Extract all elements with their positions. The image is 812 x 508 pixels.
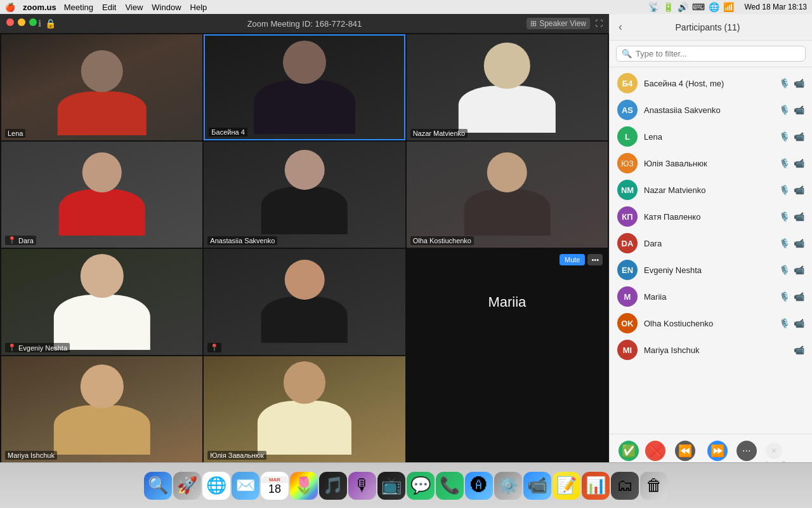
menu-meeting[interactable]: Meeting: [64, 3, 93, 12]
participant-row-mariia[interactable]: M Mariia 🎙️ 📹: [610, 283, 812, 310]
info-icon[interactable]: ℹ: [38, 18, 41, 29]
participant-icons-yulia: 🎙️ 📹: [779, 158, 804, 168]
video-icon-dara: 📹: [794, 238, 804, 248]
dock-powerpoint[interactable]: 📊: [582, 472, 610, 500]
mic-icon-yulia: 🎙️: [779, 158, 790, 168]
dock-calendar[interactable]: MAR 18: [261, 472, 289, 500]
dock-photos[interactable]: 🌷: [290, 472, 318, 500]
grid-icon: ⊞: [530, 19, 537, 28]
participant-name-olha: Olha Kostiuchenko: [644, 319, 773, 328]
participant-icons-basyna4: 🎙️ 📹: [779, 78, 804, 88]
participant-row-nazar[interactable]: NM Nazar Matvienko 🎙️ 📹: [610, 177, 812, 203]
traffic-light-yellow[interactable]: [18, 18, 25, 26]
avatar-evgeniy: EN: [617, 260, 638, 280]
unmute-button[interactable]: Mute: [560, 254, 585, 265]
menu-window[interactable]: Window: [152, 3, 181, 12]
dock-mail[interactable]: ✉️: [232, 472, 259, 500]
participant-name-dara: Dara: [644, 239, 773, 248]
dock-launchpad[interactable]: 🚀: [173, 472, 201, 500]
video-icon-mariia: 📹: [794, 291, 804, 302]
participant-row-dara[interactable]: DA Dara 🎙️ 📹: [610, 230, 812, 257]
participants-list: Б4 Басейна 4 (Host, me) 🎙️ 📹 AS Anastasi…: [610, 67, 812, 434]
olha-name: Olha Kostiuchenko: [413, 237, 471, 244]
participant-row-mariya-ishchuk[interactable]: MI Mariya Ishchuk 📹: [610, 337, 812, 363]
participant-name-yulia: Юлія Завальнюк: [644, 159, 773, 168]
video-icon-anastasiia: 📹: [794, 105, 804, 115]
video-grid: Lena Басейна 4: [0, 33, 609, 464]
video-cell-lena: Lena: [1, 34, 202, 140]
participant-name-mariya-ishchuk: Mariya Ishchuk: [644, 345, 787, 355]
participant-label-small: 📍: [207, 343, 221, 352]
menu-help[interactable]: Help: [190, 3, 207, 12]
participant-icons-lena: 🎙️ 📹: [779, 131, 804, 142]
mic-icon-evgeniy: 🎙️: [779, 265, 790, 275]
dock-music[interactable]: 🎵: [319, 472, 347, 500]
participant-name-nazar: Nazar Matvienko: [644, 185, 773, 195]
dock-trash[interactable]: 🗑: [640, 472, 668, 500]
dock-chrome[interactable]: 🌐: [202, 472, 230, 500]
yulia-name: Юлія Завальнюк: [210, 451, 263, 459]
avatar-lena: L: [617, 126, 638, 147]
video-cell-small: 📍: [204, 249, 405, 355]
video-icon-nazar: 📹: [794, 185, 804, 195]
basyna4-name: Басейна 4: [211, 128, 244, 136]
fullscreen-btn[interactable]: ⛶: [595, 19, 603, 28]
dock-zoom[interactable]: 📹: [523, 472, 551, 500]
participant-row-olha[interactable]: OK Olha Kostiuchenko 🎙️ 📹: [610, 310, 812, 337]
view-controls: ⊞ Speaker View ⛶: [527, 18, 603, 29]
dock-messages[interactable]: 💬: [407, 472, 435, 500]
participant-row-lena[interactable]: L Lena 🎙️ 📹: [610, 123, 812, 150]
mic-icon-dara: 🎙️: [779, 238, 790, 248]
search-input[interactable]: [636, 49, 800, 58]
evgeniy-pin-icon: 📍: [8, 344, 16, 352]
participant-name-mariia: Mariia: [644, 292, 773, 302]
dock-systemprefs[interactable]: ⚙️: [494, 472, 522, 500]
mic-icon-basyna4: 🎙️: [779, 78, 790, 88]
participant-name-katya: Катя Павленко: [644, 212, 773, 222]
dock-podcasts[interactable]: 🎙: [348, 472, 376, 500]
mic-icon-nazar: 🎙️: [779, 185, 790, 195]
menu-view[interactable]: View: [125, 3, 143, 12]
apple-menu[interactable]: 🍎: [5, 3, 15, 12]
video-icon-mariya-ishchuk: 📹: [794, 345, 804, 355]
dara-name: Dara: [18, 237, 34, 244]
participant-row-anastasiia[interactable]: AS Anastasiia Sakvenko 🎙️ 📹: [610, 97, 812, 123]
dock-notes[interactable]: 📝: [553, 472, 580, 500]
menu-edit[interactable]: Edit: [102, 3, 116, 12]
video-cell-basyna4: Басейна 4: [204, 34, 405, 140]
sidebar-title: Participants (11): [676, 22, 740, 32]
avatar-olha: OK: [617, 313, 638, 333]
participant-name-evgeniy: Evgeniy Neshta: [644, 265, 773, 275]
dock-facetime[interactable]: 📞: [436, 472, 464, 500]
avatar-mariya-ishchuk: MI: [617, 340, 638, 360]
traffic-light-red[interactable]: [6, 18, 14, 26]
avatar-nazar: NM: [617, 180, 638, 200]
dock-appstore[interactable]: 🅐: [465, 472, 493, 500]
participant-row-katya[interactable]: КП Катя Павленко 🎙️ 📹: [610, 203, 812, 230]
video-cell-yulia: Юлія Завальнюк: [204, 356, 405, 462]
participants-sidebar: ‹ Participants (11) 🔍 Б4 Басейна 4 (Host…: [609, 14, 812, 508]
mariia-more-button[interactable]: •••: [587, 254, 603, 265]
participant-label-nazar: Nazar Matvienko: [410, 129, 468, 138]
speaker-view-label: Speaker View: [539, 19, 586, 28]
video-icon-olha: 📹: [794, 318, 804, 328]
video-cell-anastasiia: Anastasiia Sakvenko: [204, 142, 405, 248]
mic-icon-anastasiia: 🎙️: [779, 105, 790, 115]
video-cell-mariia: Mute ••• Mariia: [407, 249, 608, 355]
dock-tv[interactable]: 📺: [377, 472, 405, 500]
participant-label-yulia: Юлія Завальнюк: [207, 451, 266, 460]
dock-finder[interactable]: 🔍: [144, 472, 172, 500]
sidebar-collapse-btn[interactable]: ‹: [619, 20, 622, 34]
video-cell-nazar: Nazar Matvienko: [407, 34, 608, 140]
traffic-light-green[interactable]: [29, 18, 37, 26]
zoom-titlebar: ℹ 🔒 Zoom Meeting ID: 168-772-841 ⊞ Speak…: [0, 14, 609, 33]
participant-icons-mariia: 🎙️ 📹: [779, 291, 804, 302]
dock-more-right[interactable]: 🗂: [611, 472, 639, 500]
mic-icon-mariia: 🎙️: [779, 291, 790, 302]
video-area: ℹ 🔒 Zoom Meeting ID: 168-772-841 ⊞ Speak…: [0, 14, 609, 508]
video-icon-katya: 📹: [794, 211, 804, 222]
participant-row-evgeniy[interactable]: EN Evgeniy Neshta 🎙️ 📹: [610, 257, 812, 283]
participant-row-yulia[interactable]: Юлія Завальнюк 🎙️ 📹: [610, 150, 812, 177]
participant-row-basyna4[interactable]: Б4 Басейна 4 (Host, me) 🎙️ 📹: [610, 70, 812, 97]
speaker-view-btn[interactable]: ⊞ Speaker View: [527, 18, 590, 29]
